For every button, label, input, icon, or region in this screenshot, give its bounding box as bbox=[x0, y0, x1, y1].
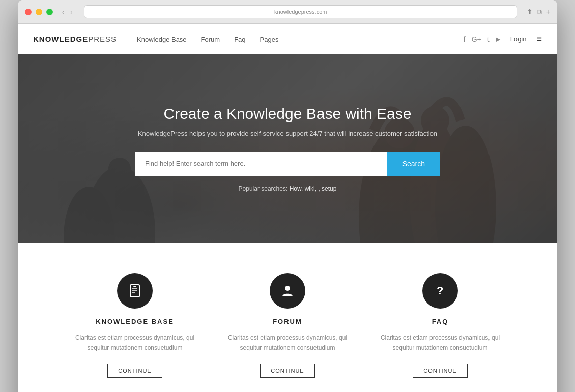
hero-search-bar: Search bbox=[135, 152, 440, 176]
continue-button-forum[interactable]: CONTINUE bbox=[260, 364, 314, 378]
nav-link-pages[interactable]: Pages bbox=[260, 36, 279, 43]
share-button[interactable]: ⬆ bbox=[527, 8, 533, 16]
hero-title: Create a Knowledge Base with Ease bbox=[28, 105, 547, 123]
feature-card-forum: FORUM Claritas est etiam processus dynam… bbox=[226, 273, 349, 378]
close-dot[interactable] bbox=[25, 9, 32, 15]
search-button[interactable]: Search bbox=[387, 152, 440, 176]
hamburger-menu-icon[interactable]: ≡ bbox=[536, 34, 542, 44]
address-bar[interactable]: knowledgepress.com bbox=[84, 5, 518, 18]
popular-link-setup[interactable]: setup bbox=[322, 185, 336, 192]
search-input[interactable] bbox=[135, 152, 387, 176]
googleplus-icon[interactable]: G+ bbox=[472, 35, 481, 43]
back-button[interactable]: ‹ bbox=[60, 7, 66, 17]
faq-icon: ? bbox=[422, 273, 458, 309]
popular-label: Popular searches: bbox=[239, 185, 288, 192]
forum-icon bbox=[270, 273, 305, 309]
feature-title-forum: FORUM bbox=[226, 318, 349, 325]
facebook-icon[interactable]: f bbox=[464, 35, 466, 43]
forward-button[interactable]: › bbox=[68, 7, 74, 17]
feature-desc-knowledge-base: Claritas est etiam processus dynamicus, … bbox=[74, 333, 196, 353]
svg-text:?: ? bbox=[437, 284, 443, 297]
feature-desc-forum: Claritas est etiam processus dynamicus, … bbox=[226, 333, 349, 353]
features-section: KNOWLEDGE BASE Claritas est etiam proces… bbox=[18, 243, 557, 392]
svg-point-13 bbox=[285, 286, 290, 291]
hero-content: Create a Knowledge Base with Ease Knowle… bbox=[18, 105, 557, 176]
browser-window: ‹ › knowledgepress.com ⬆ ⧉ + KNOWLEDGEPR… bbox=[18, 0, 557, 392]
knowledge-base-icon bbox=[117, 273, 153, 309]
popular-link-empty[interactable]: , bbox=[318, 185, 320, 192]
login-button[interactable]: Login bbox=[510, 35, 527, 43]
popular-link-how[interactable]: How, bbox=[290, 185, 303, 192]
person-icon bbox=[280, 283, 295, 298]
browser-nav: ‹ › bbox=[60, 7, 75, 17]
maximize-dot[interactable] bbox=[46, 9, 53, 15]
continue-button-knowledge-base[interactable]: CONTINUE bbox=[107, 364, 162, 378]
popular-link-wiki[interactable]: wiki, bbox=[305, 185, 317, 192]
navbar-brand: KNOWLEDGEPRESS bbox=[33, 35, 117, 43]
minimize-dot[interactable] bbox=[36, 9, 42, 15]
feature-desc-faq: Claritas est etiam processus dynamicus, … bbox=[379, 333, 501, 353]
hero-popular-searches: Popular searches: How, wiki, , setup bbox=[239, 185, 337, 192]
nav-item-knowledge-base[interactable]: Knowledge Base bbox=[137, 35, 187, 44]
nav-link-knowledge-base[interactable]: Knowledge Base bbox=[137, 36, 187, 43]
navbar-nav: Knowledge Base Forum Faq Pages bbox=[137, 35, 464, 44]
new-tab-button[interactable]: + bbox=[546, 8, 550, 16]
tabs-button[interactable]: ⧉ bbox=[537, 8, 542, 16]
site-wrapper: KNOWLEDGEPRESS Knowledge Base Forum Faq … bbox=[18, 24, 557, 392]
feature-title-faq: FAQ bbox=[379, 318, 501, 325]
address-text: knowledgepress.com bbox=[274, 9, 327, 15]
question-icon: ? bbox=[433, 283, 448, 298]
feature-title-knowledge-base: KNOWLEDGE BASE bbox=[74, 318, 196, 325]
document-icon bbox=[127, 283, 142, 298]
twitter-icon[interactable]: t bbox=[487, 35, 490, 43]
hero-section: Create a Knowledge Base with Ease Knowle… bbox=[18, 54, 557, 243]
browser-actions: ⬆ ⧉ + bbox=[527, 8, 550, 16]
nav-item-faq[interactable]: Faq bbox=[234, 35, 245, 44]
feature-card-knowledge-base: KNOWLEDGE BASE Claritas est etiam proces… bbox=[74, 273, 196, 378]
nav-link-faq[interactable]: Faq bbox=[234, 36, 245, 43]
brand-light: PRESS bbox=[88, 35, 117, 43]
browser-titlebar: ‹ › knowledgepress.com ⬆ ⧉ + bbox=[18, 0, 557, 24]
youtube-icon[interactable]: ▶ bbox=[496, 36, 500, 43]
brand-bold: KNOWLEDGE bbox=[33, 35, 88, 43]
nav-item-pages[interactable]: Pages bbox=[260, 35, 279, 44]
hero-subtitle: KnowledgePress helps you to provide self… bbox=[28, 130, 547, 137]
svg-rect-12 bbox=[133, 286, 136, 287]
navbar-social: f G+ t ▶ bbox=[464, 35, 500, 43]
navbar: KNOWLEDGEPRESS Knowledge Base Forum Faq … bbox=[18, 24, 557, 54]
nav-link-forum[interactable]: Forum bbox=[201, 36, 220, 43]
nav-item-forum[interactable]: Forum bbox=[201, 35, 220, 44]
continue-button-faq[interactable]: CONTINUE bbox=[413, 364, 467, 378]
feature-card-faq: ? FAQ Claritas est etiam processus dynam… bbox=[379, 273, 501, 378]
